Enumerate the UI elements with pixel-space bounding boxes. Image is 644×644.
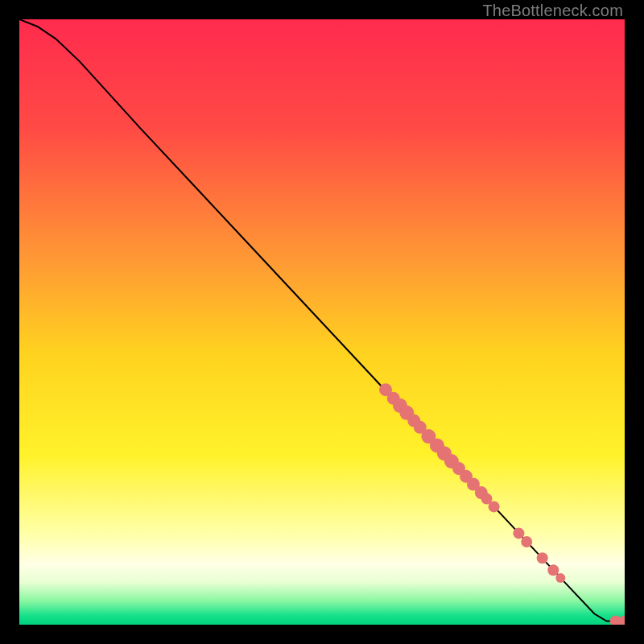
data-point [521,536,532,547]
data-point [555,573,565,583]
data-point [489,501,500,512]
chart-svg [19,19,625,625]
data-point [537,552,548,564]
data-point [513,527,524,539]
chart-canvas [19,19,625,625]
data-point [547,564,559,576]
watermark-text: TheBottleneck.com [482,2,623,20]
